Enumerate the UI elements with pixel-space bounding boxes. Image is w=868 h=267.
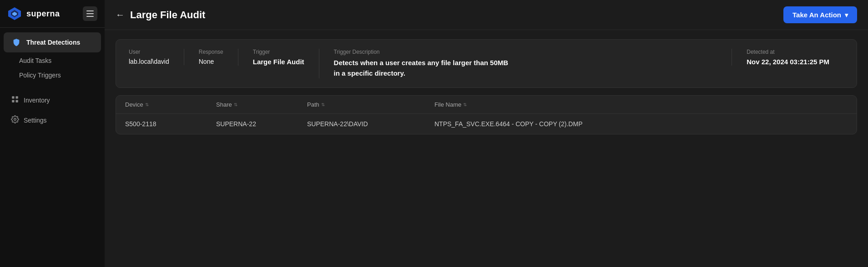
take-action-button[interactable]: Take An Action ▾ (783, 6, 857, 23)
user-field: User lab.local\david (129, 49, 184, 65)
sidebar-item-label-audit-tasks: Audit Tasks (19, 57, 51, 64)
trigger-value: Large File Audit (253, 58, 304, 66)
sidebar-item-audit-tasks[interactable]: Audit Tasks (0, 53, 105, 68)
sidebar-item-label-threat-detections: Threat Detections (26, 39, 80, 46)
sidebar-item-settings[interactable]: Settings (4, 111, 101, 130)
cell-filename: NTPS_FA_SVC.EXE.6464 - COPY - COPY (2).D… (434, 120, 848, 128)
logo-text: superna (26, 9, 60, 19)
sidebar-item-label-inventory: Inventory (24, 97, 50, 104)
svg-rect-5 (12, 100, 14, 103)
table-card: Device ⇅ Share ⇅ Path ⇅ File Name ⇅ S500… (116, 95, 857, 134)
table-row: S500-2118 SUPERNA-22 SUPERNA-22\DAVID NT… (116, 114, 857, 134)
cell-share: SUPERNA-22 (216, 120, 307, 128)
response-field: Response None (184, 49, 238, 65)
sidebar-item-threat-detections[interactable]: Threat Detections (4, 32, 101, 52)
nav-section-inventory: Inventory Settings (0, 86, 105, 134)
svg-point-7 (14, 118, 16, 121)
column-header-filename-label: File Name (434, 101, 461, 108)
sort-icon-filename: ⇅ (463, 102, 467, 107)
info-card: User lab.local\david Response None Trigg… (116, 39, 857, 88)
table-header: Device ⇅ Share ⇅ Path ⇅ File Name ⇅ (116, 96, 857, 114)
grid-icon (11, 95, 19, 105)
cell-device: S500-2118 (125, 120, 216, 128)
column-header-share[interactable]: Share ⇅ (216, 101, 307, 108)
page-title: Large File Audit (130, 9, 205, 21)
detected-field: Detected at Nov 22, 2024 03:21:25 PM (732, 49, 844, 66)
content-area: User lab.local\david Response None Trigg… (105, 30, 868, 267)
sidebar-item-inventory[interactable]: Inventory (4, 91, 101, 110)
sort-icon-path: ⇅ (321, 102, 325, 107)
trigger-desc-value: Detects when a user creates any file lar… (334, 58, 516, 78)
chevron-down-icon: ▾ (845, 11, 848, 19)
svg-rect-3 (12, 96, 14, 98)
sidebar-item-policy-triggers[interactable]: Policy Triggers (0, 68, 105, 82)
sidebar-item-label-settings: Settings (24, 117, 47, 124)
cell-path: SUPERNA-22\DAVID (307, 120, 434, 128)
page-title-area: ← Large File Audit (116, 9, 205, 21)
detected-value: Nov 22, 2024 03:21:25 PM (747, 58, 829, 66)
main-content: ← Large File Audit Take An Action ▾ User… (105, 0, 868, 267)
column-header-path-label: Path (307, 101, 319, 108)
logo-area: superna (0, 0, 105, 28)
trigger-desc-field: Trigger Description Detects when a user … (319, 49, 732, 78)
back-button[interactable]: ← (116, 10, 125, 20)
sidebar: superna Threat Detections Audit Tasks Po… (0, 0, 105, 267)
nav-section-main: Threat Detections Audit Tasks Policy Tri… (0, 28, 105, 86)
hamburger-line (86, 16, 94, 17)
back-arrow-icon: ← (116, 10, 125, 20)
response-label: Response (199, 49, 223, 55)
column-header-path[interactable]: Path ⇅ (307, 101, 434, 108)
column-header-device[interactable]: Device ⇅ (125, 101, 216, 108)
hamburger-line (86, 13, 94, 14)
response-value: None (199, 58, 223, 65)
sidebar-item-label-policy-triggers: Policy Triggers (19, 72, 61, 79)
action-button-label: Take An Action (792, 11, 841, 19)
svg-rect-6 (16, 100, 18, 103)
user-label: User (129, 49, 169, 55)
column-header-device-label: Device (125, 101, 143, 108)
column-header-filename[interactable]: File Name ⇅ (434, 101, 848, 108)
sort-icon-share: ⇅ (234, 102, 237, 107)
hamburger-line (86, 10, 94, 11)
detected-label: Detected at (747, 49, 829, 55)
hamburger-button[interactable] (83, 6, 97, 21)
trigger-field: Trigger Large File Audit (238, 49, 319, 66)
top-bar: ← Large File Audit Take An Action ▾ (105, 0, 868, 30)
sort-icon-device: ⇅ (145, 102, 149, 107)
shield-icon (11, 37, 22, 48)
trigger-desc-label: Trigger Description (334, 49, 717, 55)
user-value: lab.local\david (129, 58, 169, 65)
superna-logo-icon (7, 6, 22, 21)
trigger-label: Trigger (253, 49, 304, 55)
column-header-share-label: Share (216, 101, 232, 108)
svg-rect-4 (16, 96, 18, 98)
gear-icon (11, 115, 19, 125)
